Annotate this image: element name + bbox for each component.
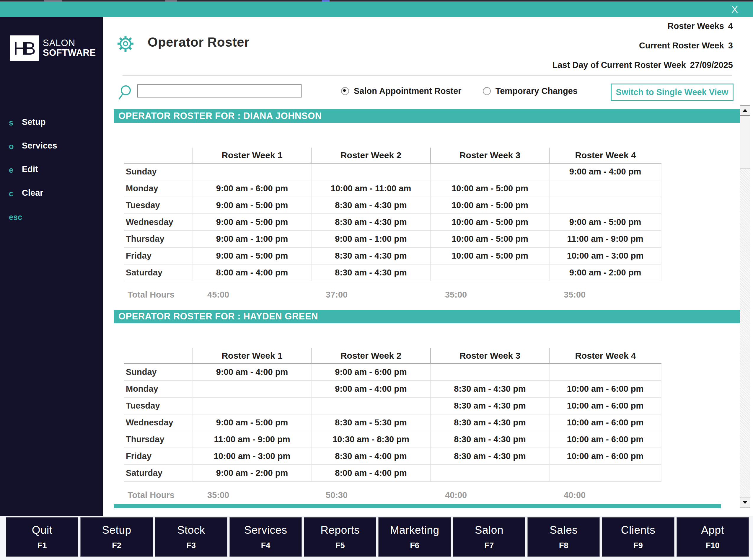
- day-label: Sunday: [124, 364, 193, 380]
- sidebar-item-setup[interactable]: sSetup: [0, 114, 102, 138]
- roster-time-cell: 10:00 am - 6:00 pm: [549, 398, 661, 414]
- roster-time-cell: [549, 364, 661, 380]
- roster-view-radios: Salon Appointment RosterTemporary Change…: [341, 86, 578, 96]
- logo-line2: SOFTWARE: [43, 48, 96, 58]
- total-hours-label: Total Hours: [124, 288, 193, 301]
- fkey-number: F10: [706, 541, 720, 550]
- fkey-button-reports[interactable]: ReportsF5: [304, 517, 376, 557]
- day-label: Wednesday: [124, 214, 193, 230]
- roster-time-cell: 9:00 am - 1:00 pm: [193, 231, 311, 247]
- radio-label: Temporary Changes: [496, 86, 578, 96]
- roster-time-cell: 9:00 am - 2:00 pm: [193, 465, 311, 481]
- fkey-button-setup[interactable]: SetupF2: [80, 517, 153, 557]
- search-icon: [118, 84, 133, 101]
- column-header: Roster Week 3: [430, 147, 549, 163]
- day-label: Monday: [124, 180, 193, 197]
- roster-time-cell: 9:00 am - 5:00 pm: [193, 214, 311, 230]
- fkey-button-quit[interactable]: QuitF1: [6, 517, 78, 557]
- roster-time-cell: [193, 381, 311, 397]
- fkey-button-sales[interactable]: SalesF8: [528, 517, 600, 557]
- roster-time-cell: 8:00 am - 4:00 pm: [193, 264, 311, 281]
- roster-time-cell: [193, 398, 311, 414]
- roster-time-cell: 11:00 am - 9:00 pm: [549, 231, 661, 247]
- fkey-button-salon[interactable]: SalonF7: [453, 517, 525, 557]
- fkey-button-clients[interactable]: ClientsF9: [602, 517, 674, 557]
- roster-time-cell: 9:00 am - 5:00 pm: [193, 248, 311, 264]
- total-hours-value: 40:00: [430, 488, 549, 502]
- day-header-cell: [124, 147, 193, 163]
- roster-time-cell: 10:00 am - 11:00 am: [311, 180, 430, 197]
- table-row: Wednesday9:00 am - 5:00 pm8:30 am - 4:30…: [124, 214, 661, 231]
- total-hours-label: Total Hours: [124, 488, 193, 502]
- roster-time-cell: 10:00 am - 5:00 pm: [430, 214, 549, 230]
- fkey-number: F3: [186, 541, 196, 550]
- search-input[interactable]: [137, 84, 301, 97]
- fkey-label: Stock: [177, 524, 205, 536]
- sidebar-item-esc[interactable]: esc: [0, 209, 102, 232]
- column-header: Roster Week 2: [311, 147, 430, 163]
- sidebar-item-label: Clear: [22, 188, 43, 198]
- radio-button[interactable]: [341, 87, 349, 95]
- radio-button[interactable]: [483, 87, 491, 95]
- close-icon[interactable]: X: [729, 4, 740, 15]
- roster-time-cell: 10:00 am - 6:00 pm: [549, 415, 661, 431]
- column-header: Roster Week 2: [311, 348, 430, 363]
- gear-icon: [116, 34, 135, 54]
- roster-time-cell: 9:00 am - 5:00 pm: [193, 415, 311, 431]
- roster-time-cell: [549, 180, 661, 197]
- table-row: Thursday9:00 am - 1:00 pm9:00 am - 1:00 …: [124, 231, 661, 248]
- sidebar-item-services[interactable]: oServices: [0, 138, 102, 161]
- roster-time-cell: [430, 364, 549, 380]
- roster-time-cell: 10:00 am - 6:00 pm: [549, 431, 661, 447]
- info-line: Current Roster Week3: [553, 41, 733, 60]
- roster-time-cell: 8:30 am - 4:30 pm: [311, 248, 430, 264]
- info-line: Roster Weeks4: [553, 21, 733, 41]
- table-row: Sunday9:00 am - 4:00 pm9:00 am - 6:00 pm: [124, 364, 661, 381]
- roster-time-cell: 8:30 am - 5:30 pm: [311, 415, 430, 431]
- roster-time-cell: 9:00 am - 4:00 pm: [549, 163, 661, 180]
- radio-label: Salon Appointment Roster: [354, 86, 461, 96]
- day-label: Saturday: [124, 264, 193, 281]
- scrollbar-thumb[interactable]: [740, 116, 750, 169]
- roster-time-cell: 10:00 am - 5:00 pm: [430, 248, 549, 264]
- scroll-up-button[interactable]: [740, 105, 750, 116]
- sidebar-item-label: Setup: [22, 117, 46, 127]
- table-row: Saturday8:00 am - 4:00 pm8:30 am - 4:30 …: [124, 264, 661, 281]
- up-arrow-icon: [742, 109, 748, 112]
- fkey-button-marketing[interactable]: MarketingF6: [378, 517, 451, 557]
- fkey-number: F6: [410, 541, 419, 550]
- table-row: Sunday9:00 am - 4:00 pm: [124, 163, 661, 180]
- radio-salon-appointment-roster[interactable]: Salon Appointment Roster: [341, 86, 461, 96]
- fkey-button-services[interactable]: ServicesF4: [230, 517, 302, 557]
- info-label: Roster Weeks: [668, 21, 724, 31]
- operator-roster-section: OPERATOR ROSTER FOR : HAYDEN GREENRoster…: [114, 310, 740, 502]
- switch-single-week-button[interactable]: Switch to Single Week View: [611, 83, 734, 101]
- day-label: Tuesday: [124, 197, 193, 214]
- day-label: Thursday: [124, 231, 193, 247]
- roster-time-cell: [193, 163, 311, 180]
- roster-time-cell: 10:00 am - 5:00 pm: [430, 180, 549, 197]
- sidebar-item-edit[interactable]: eEdit: [0, 161, 102, 185]
- roster-time-cell: 10:00 am - 6:00 pm: [549, 381, 661, 397]
- page-title: Operator Roster: [147, 35, 250, 49]
- fkey-button-stock[interactable]: StockF3: [155, 517, 227, 557]
- total-hours-value: 50:30: [311, 488, 430, 502]
- sidebar-item-clear[interactable]: cClear: [0, 185, 102, 209]
- radio-temporary-changes[interactable]: Temporary Changes: [483, 86, 578, 96]
- roster-time-cell: 8:30 am - 4:30 pm: [311, 264, 430, 281]
- roster-table: Roster Week 1Roster Week 2Roster Week 3R…: [124, 147, 661, 301]
- fkey-button-appt[interactable]: ApptF10: [676, 517, 749, 557]
- column-header: Roster Week 4: [549, 348, 661, 363]
- table-body: Sunday9:00 am - 4:00 pm9:00 am - 6:00 pm…: [124, 364, 661, 482]
- roster-time-cell: 10:00 am - 6:00 pm: [549, 448, 661, 464]
- roster-time-cell: 9:00 am - 5:00 pm: [549, 214, 661, 230]
- total-hours-value: 35:00: [549, 288, 661, 301]
- shortcut-key: esc: [9, 213, 22, 222]
- header-divider: [122, 75, 732, 76]
- scroll-down-button[interactable]: [740, 497, 750, 507]
- roster-time-cell: 9:00 am - 4:00 pm: [193, 364, 311, 380]
- table-body: Sunday9:00 am - 4:00 pmMonday9:00 am - 6…: [124, 163, 661, 281]
- info-label: Last Day of Current Roster Week: [553, 60, 686, 70]
- section-title: OPERATOR ROSTER FOR : HAYDEN GREEN: [114, 310, 740, 323]
- logo-monogram: HB: [10, 36, 39, 61]
